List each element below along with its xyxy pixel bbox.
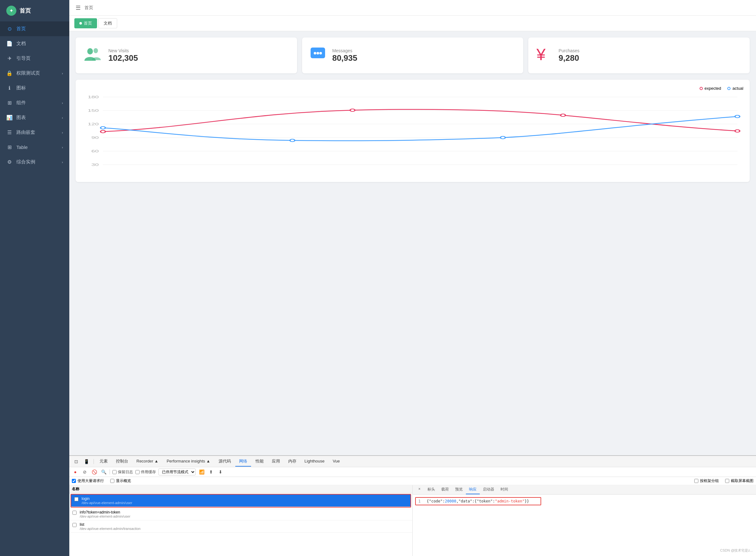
devtools-inspect-icon[interactable]: ⊡ [72,458,80,465]
group-by-frame-label: 按框架分组 [700,478,719,484]
chevron-down-icon: › [62,101,63,105]
preserve-log-input[interactable] [112,470,117,474]
tab-vue[interactable]: Vue [329,457,344,466]
network-item-url: /dev-api/vue-element-admin/user [80,515,130,518]
name-column-header: 名称 [72,486,79,492]
use-large-rows-option[interactable]: 使用大量请求行 [72,478,104,484]
tab-home[interactable]: 首页 [74,18,97,28]
legend-label-actual: actual [732,86,744,91]
tab-docs[interactable]: 文档 [98,18,117,28]
charts-icon: 📊 [6,115,12,120]
tab-elements[interactable]: 元素 [96,456,111,466]
sidebar-item-label: Table [17,144,58,150]
sidebar-item-charts[interactable]: 📊 图表 › [0,110,69,125]
response-brace-close: }} [524,499,529,503]
sidebar-item-components[interactable]: ⊞ 组件 › [0,95,69,110]
examples-icon: ⚙ [6,159,12,165]
sidebar-item-icons[interactable]: ℹ 图标 [0,80,69,95]
throttle-dropdown[interactable]: 已停用节流模式 [159,468,196,476]
svg-point-26 [735,115,739,118]
svg-text:90: 90 [91,136,99,139]
hamburger-menu-icon[interactable]: ☰ [75,4,80,11]
tab-recorder[interactable]: Recorder ▲ [133,457,162,466]
sidebar-item-routing[interactable]: ☰ 路由嵌套 › [0,125,69,140]
wifi-icon[interactable]: 📶 [198,468,205,476]
stop-button[interactable]: ⊘ [81,468,88,476]
table-icon: ⊞ [6,144,12,150]
preserve-log-checkbox[interactable]: 保留日志 [112,470,133,475]
disable-cache-checkbox[interactable]: 停用缓存 [135,470,156,475]
network-item-content: login /dev-api/vue-element-admin/user [81,496,132,505]
use-large-rows-checkbox[interactable] [72,479,76,483]
clear-button[interactable]: 🚫 [91,468,98,476]
capture-screenshot-checkbox[interactable] [725,479,729,483]
network-item-checkbox[interactable] [72,523,76,527]
icons-icon: ℹ [6,85,12,91]
show-overview-checkbox[interactable] [110,479,114,483]
network-item-content: list /dev-api/vue-element-admin/transact… [80,522,140,530]
group-by-frame-option[interactable]: 按框架分组 [694,478,719,484]
sidebar-item-guide[interactable]: ✈ 引导页 [0,51,69,66]
resp-tab-timing[interactable]: 时间 [497,485,511,494]
svg-point-4 [317,52,319,55]
tab-network[interactable]: 网络 [235,456,251,466]
resp-tab-close[interactable]: × [415,485,424,494]
network-item-checkbox[interactable] [72,511,76,515]
network-item-list[interactable]: list /dev-api/vue-element-admin/transact… [69,520,412,533]
stat-value: 9,280 [558,53,579,63]
resp-tab-initiator[interactable]: 启动器 [480,485,497,494]
sidebar-item-label: 文档 [17,41,63,46]
capture-screenshot-option[interactable]: 截取屏幕截图 [725,478,754,484]
tab-source[interactable]: 源代码 [215,456,235,466]
tab-console[interactable]: 控制台 [112,456,132,466]
chart-area: 180 150 120 90 60 30 [82,94,744,176]
tab-separator [94,459,94,464]
devtools-mobile-icon[interactable]: 📱 [81,458,92,465]
svg-text:120: 120 [88,122,99,126]
network-item-url: /dev-api/vue-element-admin/user [81,501,132,505]
sidebar-item-label: 权限测试页 [17,70,58,76]
svg-point-0 [87,48,93,55]
disable-cache-input[interactable] [135,470,139,474]
disable-cache-label: 停用缓存 [141,470,156,475]
response-brace-open: {"code": [427,499,445,503]
tab-performance-insights[interactable]: Performance insights ▲ [163,457,214,466]
docs-icon: 📄 [6,41,12,46]
network-list-panel: 名称 login /dev-api/vue-element-admin/user [69,485,413,556]
response-highlight-wrapper: 1 {"code":20000,"data":{"token":"admin-t… [415,497,541,505]
tab-lighthouse[interactable]: Lighthouse [301,457,329,466]
home-icon: ⊙ [6,26,12,32]
money-icon: ¥ [536,45,552,66]
tabs-bar: 首页 文档 [69,16,756,31]
stats-row: New Visits 102,305 Messages [75,37,750,73]
sidebar-item-table[interactable]: ⊞ Table › [0,140,69,154]
network-item-info[interactable]: info?token=admin-token /dev-api/vue-elem… [69,508,412,520]
show-overview-option[interactable]: 显示概览 [110,478,131,484]
sidebar-item-permission[interactable]: 🔒 权限测试页 › [0,66,69,80]
sidebar-item-docs[interactable]: 📄 文档 [0,36,69,51]
network-item-checkbox[interactable] [74,497,78,501]
resp-tab-payload[interactable]: 载荷 [438,485,452,494]
sidebar-item-home[interactable]: ⊙ 首页 [0,22,69,36]
sidebar-logo[interactable]: ✦ 首页 [0,0,69,22]
devtools-tabs: ⊡ 📱 元素 控制台 Recorder ▲ Performance insigh… [69,456,756,467]
chevron-down-icon: › [62,160,63,164]
chevron-down-icon: › [62,131,63,134]
tab-performance[interactable]: 性能 [252,456,267,466]
tab-memory[interactable]: 内存 [285,456,300,466]
stat-info-visits: New Visits 102,305 [108,48,138,63]
resp-tab-headers[interactable]: 标头 [424,485,438,494]
svg-point-20 [350,109,355,111]
upload-icon[interactable]: ⬆ [207,468,215,476]
svg-text:180: 180 [88,95,99,99]
sidebar-item-examples[interactable]: ⚙ 综合实例 › [0,154,69,169]
guide-icon: ✈ [6,56,12,61]
tab-application[interactable]: 应用 [268,456,284,466]
download-icon[interactable]: ⬇ [217,468,224,476]
record-button[interactable]: ● [72,468,79,476]
group-by-frame-checkbox[interactable] [694,479,698,483]
search-button[interactable]: 🔍 [100,468,107,476]
network-item-login[interactable]: login /dev-api/vue-element-admin/user [71,495,410,507]
resp-tab-response[interactable]: 响应 [466,485,480,494]
resp-tab-preview[interactable]: 预览 [452,485,466,494]
